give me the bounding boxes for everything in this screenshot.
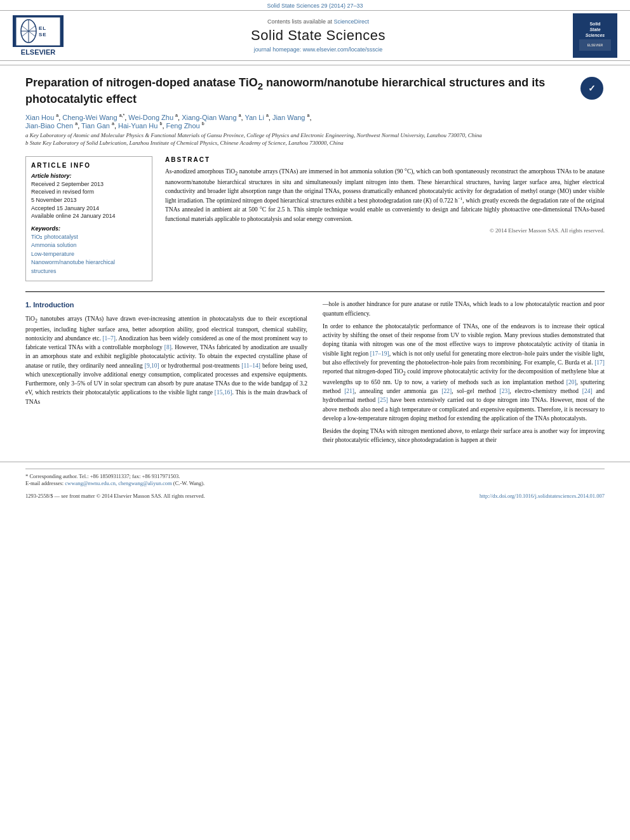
svg-text:✓: ✓	[588, 83, 596, 93]
footnote-corresponding: * Corresponding author. Tel.: +86 185093…	[25, 473, 605, 481]
email1-link[interactable]: cwwang@nwnu.edu.cn,	[65, 480, 117, 486]
right-para3: Besides the doping TNAs with nitrogen me…	[323, 427, 605, 445]
svg-text:EL: EL	[39, 25, 46, 31]
affiliation-a: a Key Laboratory of Atomic and Molecular…	[25, 132, 605, 138]
email-label: E-mail addresses:	[25, 480, 64, 486]
right-column: ABSTRACT As-anodized amorphous TiO2 nano…	[165, 156, 605, 281]
body-section: 1. Introduction TiO2 nanotubes arrays (T…	[25, 300, 605, 448]
author-xianhou: Xian Hou	[25, 114, 54, 121]
journal-header: Solid State Sciences 29 (2014) 27–33 EL …	[0, 0, 630, 65]
author-tiangan: Tian Gan	[81, 122, 110, 130]
issn-text: 1293-2558/$ — see front matter © 2014 El…	[25, 493, 205, 499]
article-info-box: ARTICLE INFO Article history: Received 2…	[25, 156, 152, 281]
elsevier-logo: EL SE ELSEVIER	[13, 15, 64, 56]
left-column: ARTICLE INFO Article history: Received 2…	[25, 156, 152, 281]
right-para2: In order to enhance the photocatalytic p…	[323, 322, 605, 423]
revised-date: 5 November 2013	[31, 196, 147, 204]
author-chengwei: Cheng-Wei Wang	[62, 114, 117, 121]
affiliation-b: b State Key Laboratory of Solid Lubricat…	[25, 140, 605, 146]
available-date: Available online 24 January 2014	[31, 212, 147, 220]
received-date: Received 2 September 2013	[31, 180, 147, 189]
author-jianbiao: Jian-Biao Chen	[25, 122, 73, 130]
main-content: Preparation of nitrogen-doped anatase Ti…	[0, 76, 630, 449]
keywords-section: Keywords: TiO₂ photocatalyst Ammonia sol…	[31, 225, 147, 276]
email-name: (C.-W. Wang).	[173, 480, 204, 486]
keyword-5: structures	[31, 267, 147, 276]
keyword-1: TiO₂ photocatalyst	[31, 233, 147, 242]
journal-title-center: Contents lists available at ScienceDirec…	[64, 18, 573, 53]
elsevier-logo-image: EL SE	[13, 15, 64, 47]
abstract-title: ABSTRACT	[165, 156, 605, 163]
accepted-date: Accepted 15 January 2014	[31, 204, 147, 213]
author-haiyuan: Hai-Yuan Hu	[118, 122, 158, 130]
footer-area: * Corresponding author. Tel.: +86 185093…	[0, 462, 630, 506]
authors-line: Xian Hou a, Cheng-Wei Wang a,*, Wei-Dong…	[25, 113, 605, 129]
svg-text:State: State	[589, 27, 600, 32]
svg-text:SE: SE	[39, 32, 47, 37]
crossmark-logo: ✓	[580, 77, 603, 100]
section-divider	[25, 291, 605, 292]
article-title: Preparation of nitrogen-doped anatase Ti…	[25, 76, 573, 107]
author-weidong: Wei-Dong Zhu	[128, 114, 173, 121]
contents-line: Contents lists available at ScienceDirec…	[64, 18, 573, 25]
author-xiangqian: Xiang-Qian Wang	[182, 114, 236, 121]
author-yanli: Yan Li	[245, 114, 264, 121]
footnote-email: E-mail addresses: cwwang@nwnu.edu.cn, ch…	[25, 480, 605, 488]
article-info-title: ARTICLE INFO	[31, 162, 147, 169]
sciencedirect-link[interactable]: ScienceDirect	[334, 18, 370, 25]
svg-text:ELSEVIER: ELSEVIER	[587, 43, 603, 47]
footer-bottom: 1293-2558/$ — see front matter © 2014 El…	[25, 493, 605, 499]
journal-banner: EL SE ELSEVIER Contents lists available …	[0, 10, 630, 61]
doi-link[interactable]: http://dx.doi.org/10.1016/j.solidstatesc…	[479, 493, 605, 499]
keyword-3: Low-temperature	[31, 250, 147, 259]
journal-name: Solid State Sciences	[64, 27, 573, 44]
abstract-copyright: © 2014 Elsevier Masson SAS. All rights r…	[165, 227, 605, 234]
keyword-4: Nanoworm/nanotube hierarchical	[31, 258, 147, 267]
body-left-col: 1. Introduction TiO2 nanotubes arrays (T…	[25, 300, 307, 448]
email2-link[interactable]: chengwang@aliyun.com	[118, 480, 172, 486]
author-fengzhou: Feng Zhou	[166, 122, 200, 130]
info-abstract-section: ARTICLE INFO Article history: Received 2…	[25, 156, 605, 281]
journal-logo-right: Solid State Sciences ELSEVIER	[573, 13, 617, 58]
right-para1: —hole is another hindrance for pure anat…	[323, 300, 605, 318]
journal-top-bar: Solid State Sciences 29 (2014) 27–33	[0, 0, 630, 10]
abstract-text: As-anodized amorphous TiO2 nanotube arra…	[165, 167, 605, 223]
contents-text: Contents lists available at	[267, 18, 332, 25]
body-right-col: —hole is another hindrance for pure anat…	[323, 300, 605, 448]
crossmark: ✓	[579, 76, 605, 101]
elsevier-text: ELSEVIER	[21, 48, 55, 56]
journal-homepage: journal homepage: www.elsevier.com/locat…	[64, 46, 573, 53]
intro-para1: TiO2 nanotubes arrays (TNAs) have drawn …	[25, 314, 307, 406]
svg-text:Solid: Solid	[589, 22, 600, 26]
history-label: Article history:	[31, 173, 147, 179]
received-revised-label: Received in revised form	[31, 188, 147, 196]
journal-volume-info: Solid State Sciences 29 (2014) 27–33	[267, 3, 363, 9]
keyword-2: Ammonia solution	[31, 241, 147, 250]
intro-title: 1. Introduction	[25, 300, 307, 310]
author-jianwang: Jian Wang	[272, 114, 305, 121]
homepage-text: journal homepage: www.elsevier.com/locat…	[254, 46, 383, 53]
article-title-section: Preparation of nitrogen-doped anatase Ti…	[25, 76, 605, 107]
keywords-label: Keywords:	[31, 225, 147, 232]
svg-text:Sciences: Sciences	[586, 33, 605, 37]
